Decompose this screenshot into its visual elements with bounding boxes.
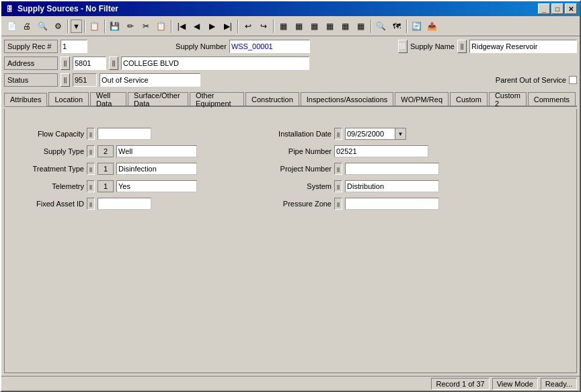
edit-btn[interactable]: ✏ — [123, 19, 138, 34]
tab-attributes[interactable]: Attributes — [4, 93, 47, 106]
status-field-btn[interactable]: || — [61, 73, 70, 87]
grid5-btn[interactable]: ▦ — [338, 19, 353, 34]
supply-type-code[interactable] — [98, 145, 114, 157]
grid3-btn[interactable]: ▦ — [307, 19, 322, 34]
fixed-asset-input[interactable] — [98, 198, 151, 210]
export-btn[interactable]: 📤 — [425, 19, 440, 34]
grid1-btn[interactable]: ▦ — [276, 19, 291, 34]
flow-capacity-row: Flow Capacity || — [17, 128, 197, 140]
print-btn[interactable]: 🖨 — [20, 19, 34, 34]
tab-inspections[interactable]: Inspections/Associations — [301, 92, 393, 106]
settings-btn[interactable]: ⚙ — [50, 19, 65, 34]
tab-wo[interactable]: WO/PM/Req — [395, 92, 449, 106]
telemetry-input[interactable] — [116, 180, 197, 192]
pipe-number-row: Pipe Number — [264, 145, 439, 157]
supply-name-icon[interactable]: ⬜ — [398, 40, 408, 53]
grid2-btn[interactable]: ▦ — [292, 19, 307, 34]
address-row: Address || || — [4, 56, 577, 71]
supply-name-label: Supply Name — [410, 42, 455, 50]
flow-capacity-input[interactable] — [98, 128, 151, 140]
tab-custom[interactable]: Custom — [450, 92, 488, 106]
undo-btn[interactable]: ↩ — [241, 19, 256, 34]
fixed-asset-btn[interactable]: || — [87, 198, 95, 210]
parent-checkbox[interactable] — [569, 76, 577, 84]
grid6-btn[interactable]: ▦ — [354, 19, 369, 34]
supply-row: Supply Rec # Supply Number ⬜ Supply Name… — [4, 39, 577, 54]
system-btn[interactable]: || — [334, 180, 342, 192]
treatment-type-code[interactable] — [98, 163, 114, 175]
project-number-btn[interactable]: || — [334, 163, 342, 175]
tab-construction[interactable]: Construction — [245, 92, 299, 106]
telemetry-btn[interactable]: || — [87, 180, 95, 192]
pipe-number-input[interactable] — [334, 145, 428, 157]
maximize-button[interactable]: □ — [551, 3, 564, 14]
cut-btn[interactable]: ✂ — [139, 19, 153, 34]
supply-rec-input[interactable] — [61, 40, 87, 53]
date-arrow-btn[interactable]: ▼ — [395, 128, 406, 140]
status-code-input[interactable] — [73, 73, 97, 87]
tab-surface[interactable]: Surface/Other Data — [128, 92, 188, 106]
installation-date-input[interactable] — [345, 128, 395, 140]
search-btn[interactable]: 🔍 — [35, 19, 50, 34]
treatment-type-label: Treatment Type — [17, 165, 84, 173]
map-btn[interactable]: 🗺 — [389, 19, 404, 34]
grid4-btn[interactable]: ▦ — [323, 19, 338, 34]
minimize-button[interactable]: _ — [538, 3, 550, 14]
supply-type-row: Supply Type || — [17, 145, 197, 157]
treatment-type-btn[interactable]: || — [87, 163, 95, 175]
treatment-type-input[interactable] — [116, 163, 197, 175]
status-row: Status || Parent Out of Service — [4, 73, 577, 87]
address-street-input[interactable] — [121, 56, 309, 70]
last-btn[interactable]: ▶| — [221, 19, 235, 34]
status-bar: Record 1 of 37 View Mode Ready... — [1, 376, 580, 391]
address-field-btn[interactable]: || — [61, 56, 70, 70]
address2-field-btn[interactable]: || — [109, 56, 118, 70]
fixed-asset-label: Fixed Asset ID — [17, 200, 84, 208]
next-btn[interactable]: ▶ — [205, 19, 220, 34]
toolbar: 📄 🖨 🔍 ⚙ ▼ 📋 💾 ✏ ✂ 📋 |◀ ◀ ▶ ▶| ↩ ↪ ▦ ▦ ▦ … — [1, 16, 580, 36]
refresh-btn[interactable]: 🔄 — [410, 19, 424, 34]
pressure-zone-btn[interactable]: || — [334, 198, 342, 210]
pressure-zone-row: Pressure Zone || — [264, 198, 439, 210]
installation-date-label: Installation Date — [264, 130, 332, 138]
redo-btn[interactable]: ↪ — [256, 19, 271, 34]
supply-type-input[interactable] — [116, 145, 197, 157]
doc-btn[interactable]: 📋 — [87, 19, 102, 34]
supply-name-input[interactable] — [469, 40, 577, 53]
zoom-btn[interactable]: 🔍 — [374, 19, 389, 34]
flow-capacity-btn[interactable]: || — [87, 128, 95, 140]
pressure-zone-input[interactable] — [345, 198, 439, 210]
tab-custom2[interactable]: Custom 2 — [489, 92, 527, 106]
tab-content-attributes: Flow Capacity || Supply Type || Treatmen… — [4, 109, 577, 373]
filter-dropdown[interactable]: ▼ — [71, 19, 82, 33]
supply-number-label: Supply Number — [176, 42, 227, 50]
fixed-asset-row: Fixed Asset ID || — [17, 198, 197, 210]
tabs-bar: Attributes Location Well Data Surface/Ot… — [4, 92, 577, 107]
system-input[interactable] — [345, 180, 439, 192]
tab-equipment[interactable]: Other Equipment — [190, 92, 244, 106]
new-btn[interactable]: 📄 — [4, 19, 19, 34]
copy-btn[interactable]: 📋 — [154, 19, 169, 34]
address-num-input[interactable] — [73, 56, 106, 70]
supply-name-field-btn[interactable]: || — [457, 40, 467, 53]
tab-location[interactable]: Location — [48, 92, 89, 106]
project-number-input[interactable] — [345, 163, 439, 175]
sep8 — [406, 19, 408, 33]
first-btn[interactable]: |◀ — [174, 19, 189, 34]
supply-type-btn[interactable]: || — [87, 145, 95, 157]
prev-btn[interactable]: ◀ — [190, 19, 204, 34]
tab-comments[interactable]: Comments — [528, 92, 576, 106]
telemetry-label: Telemetry — [17, 182, 84, 190]
installation-date-btn[interactable]: || — [334, 128, 342, 140]
installation-date-row: Installation Date || ▼ — [264, 128, 439, 140]
save-btn[interactable]: 💾 — [108, 19, 122, 34]
project-number-row: Project Number || — [264, 163, 439, 175]
supply-number-input[interactable] — [229, 40, 310, 53]
parent-label: Parent Out of Service — [496, 76, 566, 84]
supply-type-label: Supply Type — [17, 147, 84, 155]
telemetry-code[interactable] — [98, 180, 114, 192]
tab-well-data[interactable]: Well Data — [90, 92, 126, 106]
close-button[interactable]: ✕ — [565, 3, 577, 14]
status-text-input[interactable] — [100, 73, 200, 87]
address-label: Address — [4, 56, 58, 70]
